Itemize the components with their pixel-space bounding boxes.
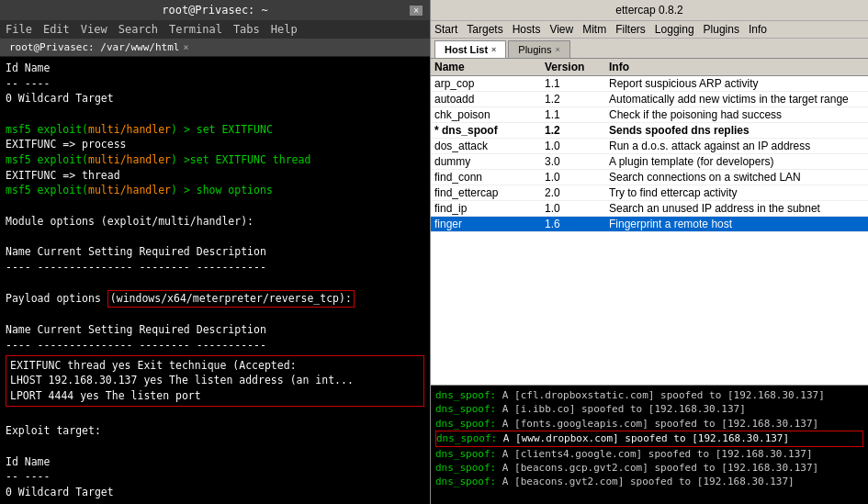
term-line: Exploit target: <box>6 423 424 439</box>
plugin-name: find_ettercap <box>434 186 545 199</box>
term-line: -- ---- <box>6 469 424 485</box>
term-line: Name Current Setting Required Descriptio… <box>6 244 424 260</box>
menu-hosts[interactable]: Hosts <box>513 23 541 36</box>
plugin-name: find_ip <box>434 202 545 215</box>
plugin-name: chk_poison <box>434 108 545 121</box>
plugin-version: 1.2 <box>545 93 609 106</box>
menu-plugins[interactable]: Plugins <box>704 23 739 36</box>
plugin-name: find_conn <box>434 171 545 184</box>
plugin-info: Check if the poisoning had success <box>609 108 864 121</box>
menu-file[interactable]: File <box>6 23 32 36</box>
term-line: 0 Wildcard Target <box>6 91 424 106</box>
menu-filters[interactable]: Filters <box>615 23 646 36</box>
tab-host-list[interactable]: Host List × <box>434 40 506 58</box>
output-line: dns_spoof: A [beacons.gcp.gvt2.com] spoo… <box>435 461 863 475</box>
menu-targets[interactable]: Targets <box>467 23 502 36</box>
plugin-row-arp_cop[interactable]: arp_cop1.1Report suspicious ARP activity <box>431 76 868 92</box>
plugin-row-chk_poison[interactable]: chk_poison1.1Check if the poisoning had … <box>431 107 868 123</box>
plugin-name: finger <box>434 218 545 230</box>
menu-view[interactable]: View <box>549 23 573 36</box>
col-name: Name <box>434 61 545 73</box>
term-line: -- ---- <box>6 76 424 92</box>
tab-host-list-close[interactable]: × <box>491 45 496 54</box>
plugin-row-autoadd[interactable]: autoadd1.2Automatically add new victims … <box>431 92 868 107</box>
plugin-info: Fingerprint a remote host <box>609 218 864 230</box>
term-line: EXITFUNC thread yes Exit technique (Acce… <box>10 358 420 374</box>
plugin-row-dns_spoof[interactable]: * dns_spoof1.2Sends spoofed dns replies <box>431 123 868 139</box>
term-line: Id Name <box>6 454 424 470</box>
plugin-name: dos_attack <box>434 140 545 152</box>
terminal-title: root@Privasec: ~ <box>162 4 268 17</box>
plugin-version: 1.0 <box>545 202 609 215</box>
plugin-info: A plugin template (for developers) <box>609 155 864 168</box>
menu-info[interactable]: Info <box>749 23 767 36</box>
plugin-name: dummy <box>434 155 545 168</box>
terminal-tab-close[interactable]: × <box>183 42 188 52</box>
ettercap-titlebar: ettercap 0.8.2 <box>431 0 868 21</box>
col-version: Version <box>545 61 609 73</box>
plugin-name: autoadd <box>434 93 545 106</box>
output-line: dns_spoof: A [cfl.dropboxstatic.com] spo… <box>435 388 863 402</box>
term-blank <box>6 439 424 454</box>
menu-edit[interactable]: Edit <box>43 23 70 36</box>
plugin-info: Automatically add new victims in the tar… <box>609 93 864 106</box>
menu-tabs[interactable]: Tabs <box>233 23 260 36</box>
terminal-close-button[interactable]: × <box>410 6 423 16</box>
term-line: Module options (exploit/multi/handler): <box>6 214 424 230</box>
output-area: dns_spoof: A [cfl.dropboxstatic.com] spo… <box>431 385 868 504</box>
terminal-tab: root@Privasec: /var/www/html × <box>0 39 430 57</box>
plugin-info: Search an unused IP address in the subne… <box>609 202 864 215</box>
term-blank <box>6 229 424 244</box>
menu-search[interactable]: Search <box>118 23 158 36</box>
ettercap-panel: ettercap 0.8.2 Start Targets Hosts View … <box>430 0 868 504</box>
tab-plugins[interactable]: Plugins × <box>508 40 569 58</box>
plugin-row-dummy[interactable]: dummy3.0A plugin template (for developer… <box>431 154 868 170</box>
plugin-table-header: Name Version Info <box>431 59 868 76</box>
term-line: msf5 exploit(multi/handler) >set EXITFUN… <box>6 152 424 168</box>
term-line: msf5 exploit(multi/handler) > show optio… <box>6 183 424 198</box>
plugin-info: Sends spoofed dns replies <box>609 124 864 137</box>
output-line: dns_spoof: A [fonts.googleapis.com] spoo… <box>435 417 863 431</box>
plugin-version: 1.1 <box>545 77 609 90</box>
plugin-version: 3.0 <box>545 155 609 168</box>
term-blank <box>6 308 424 323</box>
term-line: msf5 exploit(multi/handler) > set EXITFU… <box>6 122 424 138</box>
payload-options-box: EXITFUNC thread yes Exit technique (Acce… <box>6 355 424 407</box>
ettercap-tabs: Host List × Plugins × <box>431 39 868 59</box>
tab-host-list-label: Host List <box>445 44 488 55</box>
term-line: LHOST 192.168.30.137 yes The listen addr… <box>10 373 420 388</box>
plugin-row-find_ettercap[interactable]: find_ettercap2.0Try to find ettercap act… <box>431 185 868 201</box>
terminal-tab-label: root@Privasec: /var/www/html <box>9 41 179 53</box>
menu-start[interactable]: Start <box>434 23 457 36</box>
plugin-version: 1.0 <box>545 140 609 152</box>
terminal-body: Id Name -- ---- 0 Wildcard Target msf5 e… <box>0 57 430 504</box>
term-line: 0 Wildcard Target <box>6 485 424 500</box>
plugin-row-finger[interactable]: finger1.6Fingerprint a remote host <box>431 217 868 232</box>
plugin-row-find_conn[interactable]: find_conn1.0Search connections on a swit… <box>431 170 868 185</box>
term-line: EXITFUNC => thread <box>6 168 424 184</box>
tab-plugins-label: Plugins <box>518 44 551 55</box>
menu-terminal[interactable]: Terminal <box>169 23 222 36</box>
plugin-name: arp_cop <box>434 77 545 90</box>
menu-logging[interactable]: Logging <box>655 23 694 36</box>
plugin-version: 1.0 <box>545 171 609 184</box>
plugin-row-dos_attack[interactable]: dos_attack1.0Run a d.o.s. attack against… <box>431 139 868 154</box>
menu-help[interactable]: Help <box>271 23 298 36</box>
term-line: ---- --------------- -------- ----------… <box>6 260 424 275</box>
term-blank <box>6 500 424 504</box>
menu-view[interactable]: View <box>81 23 107 36</box>
term-line: Name Current Setting Required Descriptio… <box>6 322 424 338</box>
menu-mitm[interactable]: Mitm <box>582 23 606 36</box>
ettercap-menubar: Start Targets Hosts View Mitm Filters Lo… <box>431 21 868 39</box>
ettercap-title: ettercap 0.8.2 <box>615 4 682 17</box>
term-blank <box>6 274 424 290</box>
term-blank <box>6 409 424 424</box>
plugin-info: Report suspicious ARP activity <box>609 77 864 90</box>
output-line: dns_spoof: A [clients4.google.com] spoof… <box>435 447 863 461</box>
output-lines-container: dns_spoof: A [cfl.dropboxstatic.com] spo… <box>435 388 863 489</box>
tab-plugins-close[interactable]: × <box>555 45 559 54</box>
plugin-version: 1.6 <box>545 218 609 230</box>
terminal-menubar: File Edit View Search Terminal Tabs Help <box>0 20 430 39</box>
plugin-row-find_ip[interactable]: find_ip1.0Search an unused IP address in… <box>431 201 868 217</box>
term-line: Payload options (windows/x64/meterpreter… <box>6 290 424 308</box>
